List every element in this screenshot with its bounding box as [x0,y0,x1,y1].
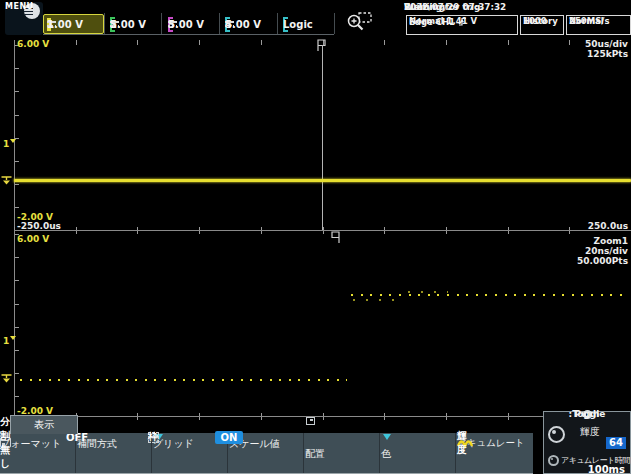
zoom-scale-top: 6.00 V [17,234,49,244]
ch1-position-marker[interactable]: 1 [3,139,9,149]
menu-item-scale-value[interactable]: スケール値 OFF ON [229,433,304,473]
selected-marker-icon [383,434,391,440]
zoom-position-cursor[interactable] [322,45,323,230]
main-record-length: 125kPts [500,49,628,59]
status-row: 2022/07/29 07:37:32 Waiting for trig. Ru… [404,2,631,13]
ch1-position-marker-zoom[interactable]: 1 [3,336,9,346]
logic-box[interactable]: Logic [280,14,332,34]
zoom-name: Zoom1 [500,236,628,246]
intensity-value-badge: 64 [606,437,626,449]
acquisition-box[interactable]: Normal 250MS/s [566,15,631,35]
ch3-volts: 5.00 V [168,19,204,30]
channel-4-box[interactable]: 4 5.00 V [222,14,277,34]
channel-1-box[interactable]: 1 1.00 V [43,14,104,34]
oscilloscope-screen: MENU 1 1.00 V 2 5.00 V 3 5.00 V 4 5.00 V… [0,0,631,474]
history-box[interactable]: History 1000 [520,15,564,35]
ch1-volts: 1.00 V [47,19,83,30]
window-position-icon [306,417,315,425]
zoom-search-icon[interactable] [344,11,374,34]
main-scale-top: 6.00 V [17,39,49,49]
menu-button[interactable]: MENU [5,2,43,35]
logic-label: Logic [283,19,313,30]
zoom-timebase: 20ns/div [500,246,628,256]
trigger-settings-box[interactable]: Edge CH1 Normal 1.41 V [406,15,518,35]
knob-target-label: 輝度 [580,425,600,439]
accumulate-time-value: 100ms [588,464,625,474]
ch1-trace-zoom-high [351,294,629,296]
main-timebase: 50us/div [500,39,628,49]
main-left-ticks [15,45,19,231]
zoom-record-length: 50.000Pts [500,256,628,266]
run-status: Running [404,2,445,12]
ch4-volts: 5.00 V [225,19,261,30]
zoom-left-ticks [15,234,19,416]
ch1-trace-zoom-low [20,379,347,381]
menu-item-interpolation[interactable]: 補間方式 ∴‥ OFF [77,433,152,473]
accumulate-time-knob-icon[interactable] [548,455,559,466]
zoom-bottom-axis [14,416,631,417]
knob-side-panel: Push :Toggle 輝度 64 アキュムレート時間 100ms [543,411,631,474]
channel-3-box[interactable]: 3 5.00 V [165,14,220,34]
window-divider-axis [14,230,631,231]
intensity-knob-icon[interactable] [548,426,565,443]
menu-item-format[interactable]: フォーマット 分割無し [0,433,76,473]
channel-2-box[interactable]: 2 5.00 V [107,14,162,34]
menu-button-label: MENU [5,2,34,11]
softkey-menu-bar: フォーマット 分割無し 補間方式 ∴‥ OFF グリッド 枠 スケール値 O [0,433,533,474]
tab-display[interactable]: 表示 [10,415,78,434]
menu-item-color[interactable]: 色 [381,433,456,473]
channel-bar-divider [43,34,334,35]
scale-value-on-button[interactable]: ON [215,431,244,444]
menu-item-arrangement[interactable]: 配置 [305,433,380,473]
ch2-volts: 5.00 V [110,19,146,30]
ch1-trace-main [14,179,631,182]
menu-item-accumulate[interactable]: アキュムレート 輝度 [457,433,533,473]
